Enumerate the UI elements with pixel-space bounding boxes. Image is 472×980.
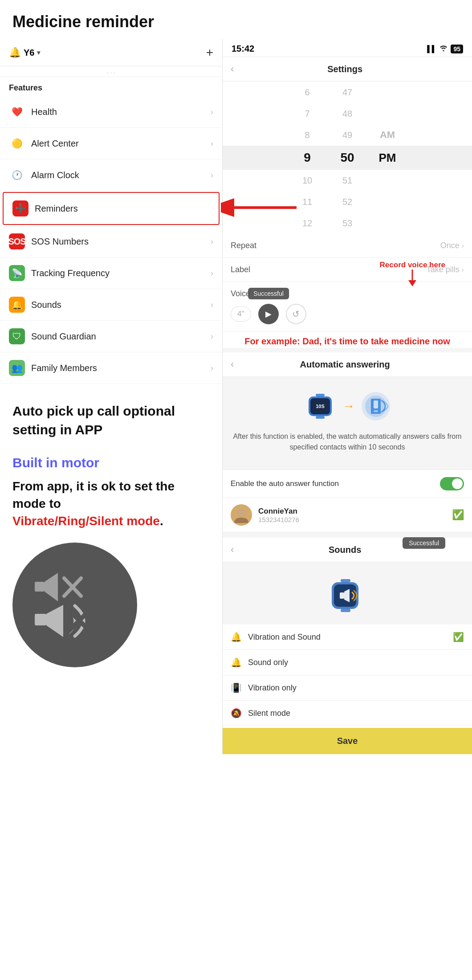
toggle-row[interactable]: Enable the auto answer function — [223, 470, 472, 498]
sound-chevron-icon: › — [211, 300, 213, 310]
repeat-chevron-icon: › — [462, 242, 464, 249]
menu-list: ❤️Health›🟡Alert Center›🕐Alarm Clock›➕Rem… — [0, 96, 222, 384]
motor-highlight-text: Vibrate/Ring/Silent mode — [12, 514, 160, 528]
time-picker-row[interactable]: 8 49 AM — [223, 124, 472, 146]
voice-replay-button[interactable]: ↺ — [286, 304, 306, 324]
sos-icon: SOS — [9, 233, 25, 249]
toggle-label: Enable the auto answer function — [231, 479, 339, 488]
device-selector[interactable]: 🔔 Y6 ▾ — [9, 47, 40, 58]
sidebar-item-label-guardian: Sound Guardian — [31, 331, 211, 342]
silent-label: Silent mode — [248, 709, 464, 718]
scroll-hint: · · · — [0, 66, 222, 77]
tp-ampm: AM — [376, 129, 399, 141]
sidebar-item-label-health: Health — [31, 107, 211, 117]
vib_sound-icon: 🔔 — [231, 632, 242, 642]
repeat-row[interactable]: Repeat Once › — [223, 234, 472, 258]
sound-option-vib_sound[interactable]: 🔔 Vibration and Sound ✅ — [223, 625, 472, 650]
family-chevron-icon: › — [211, 363, 213, 373]
sos-chevron-icon: › — [211, 237, 213, 246]
sounds-watch-icon — [327, 576, 367, 616]
wifi-icon — [439, 45, 448, 53]
status-time: 15:42 — [232, 44, 254, 54]
auto-back-button[interactable]: ‹ — [231, 359, 234, 370]
motor-desc-text1: From app, it is ok to set the mode to — [12, 479, 175, 510]
sidebar-item-label-alarm: Alarm Clock — [31, 170, 211, 180]
sound-option-sound_only[interactable]: 🔔 Sound only — [223, 650, 472, 675]
svg-rect-12 — [316, 416, 325, 419]
tp-hour: 11 — [296, 197, 318, 207]
auto-icons-row: 10S → — [304, 390, 391, 422]
time-picker-row[interactable]: 9 50 PM — [223, 146, 472, 170]
record-annotation-text: Record voice here — [380, 261, 445, 269]
tp-min: 49 — [336, 130, 358, 140]
sidebar-item-label-remind: Reminders — [35, 204, 210, 214]
auto-answer-toggle[interactable] — [440, 477, 464, 490]
left-lower-content: Auto pick up call optional setting in AP… — [0, 384, 222, 681]
sidebar-item-guardian[interactable]: 🛡Sound Guardian› — [0, 321, 222, 352]
sidebar-item-sos[interactable]: SOSSOS Numbers› — [0, 226, 222, 257]
tp-hour: 6 — [296, 87, 318, 98]
svg-rect-1 — [35, 582, 45, 592]
svg-text:10S: 10S — [316, 404, 325, 409]
family-icon: 👥 — [9, 360, 25, 376]
sidebar-item-label-sound: Sounds — [31, 300, 211, 310]
add-device-button[interactable]: + — [206, 45, 213, 60]
guardian-icon: 🛡 — [9, 328, 25, 344]
status-icons: ▌▌ 95 — [427, 45, 463, 53]
features-section-label: Features — [0, 77, 222, 96]
sounds-back-button[interactable]: ‹ — [231, 544, 234, 555]
time-picker-row[interactable]: 6 47 — [223, 82, 472, 103]
track-icon: 📡 — [9, 265, 25, 281]
contact-check-icon: ✅ — [452, 509, 464, 521]
sidebar-item-alarm[interactable]: 🕐Alarm Clock› — [0, 159, 222, 191]
contact-name: ConnieYan — [258, 507, 452, 516]
sidebar-item-remind[interactable]: ➕Reminders — [3, 192, 220, 225]
sidebar-item-alert[interactable]: 🟡Alert Center› — [0, 128, 222, 159]
example-annotation: For example: Dad, it's time to take medi… — [223, 332, 472, 349]
sidebar-item-health[interactable]: ❤️Health› — [0, 96, 222, 128]
phone-ringing-icon — [361, 392, 391, 421]
save-button[interactable]: Save — [223, 728, 472, 754]
device-name-label: Y6 — [24, 48, 34, 58]
voice-time-display: 4'' — [231, 306, 251, 322]
contact-tooltip: Successful — [403, 537, 445, 549]
voice-play-tooltip: Successful — [248, 288, 289, 299]
auto-answering-panel: ‹ Automatic answering 10S → — [223, 352, 472, 532]
watch-icon: 10S — [304, 390, 336, 422]
sidebar-item-track[interactable]: 📡Tracking Frequency› — [0, 257, 222, 289]
tp-hour: 12 — [296, 218, 318, 229]
contact-avatar — [231, 504, 252, 526]
sound_only-icon: 🔔 — [231, 657, 242, 668]
contact-phone: 15323410276 — [258, 516, 452, 523]
alarm-chevron-icon: › — [211, 171, 213, 180]
right-panel: 15:42 ▌▌ 95 ‹ Settings 6 47 7 48 8 49 — [223, 39, 472, 754]
sound-option-vib_only[interactable]: 📳 Vibration only — [223, 675, 472, 701]
tp-min: 47 — [336, 87, 358, 98]
page-title: Medicine reminder — [0, 0, 472, 39]
sidebar-item-label-alert: Alert Center — [31, 139, 211, 149]
motor-description: From app, it is ok to set the mode to Vi… — [12, 478, 210, 530]
time-picker-row[interactable]: 10 51 — [223, 170, 472, 191]
label-row-label: Label — [231, 265, 250, 274]
tp-min: 52 — [336, 197, 358, 207]
signal-icon: ▌▌ — [427, 45, 436, 53]
alarm-icon: 🕐 — [9, 167, 25, 183]
sidebar-item-sound[interactable]: 🔔Sounds› — [0, 289, 222, 321]
tp-min: 50 — [336, 151, 358, 165]
svg-marker-2 — [45, 573, 58, 601]
vib_only-icon: 📳 — [231, 682, 242, 693]
sidebar-item-label-family: Family Members — [31, 363, 211, 373]
voice-play-button[interactable]: Successful ▶ — [258, 304, 279, 324]
guardian-chevron-icon: › — [211, 332, 213, 341]
record-arrow-icon — [406, 270, 419, 287]
tp-hour: 8 — [296, 130, 318, 140]
silent-icon: 🔕 — [231, 708, 242, 719]
sidebar-item-family[interactable]: 👥Family Members› — [0, 352, 222, 384]
time-picker-row[interactable]: 7 48 — [223, 103, 472, 124]
repeat-value: Once — [440, 241, 460, 250]
sound-option-silent[interactable]: 🔕 Silent mode — [223, 701, 472, 726]
svg-marker-6 — [46, 605, 63, 637]
svg-rect-11 — [316, 394, 325, 396]
svg-rect-19 — [374, 400, 378, 408]
settings-back-button[interactable]: ‹ — [231, 63, 234, 75]
